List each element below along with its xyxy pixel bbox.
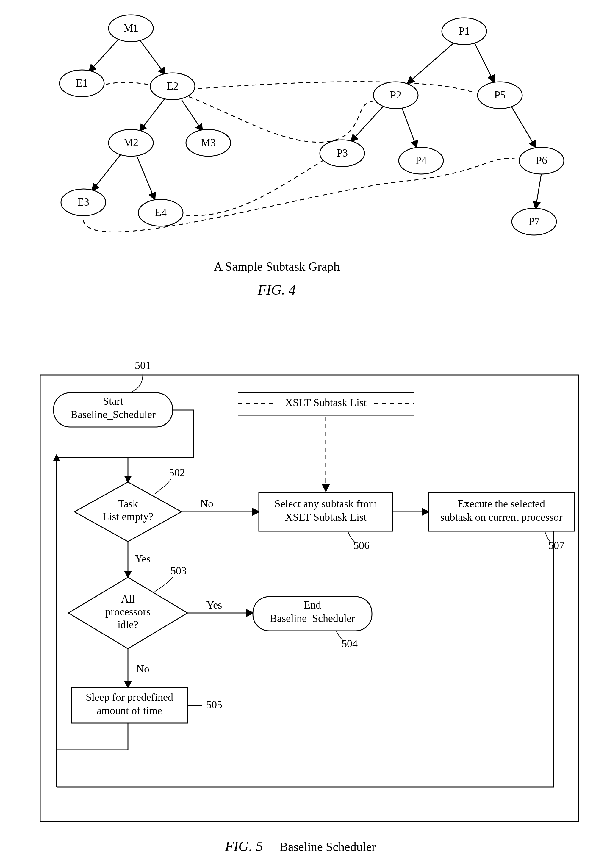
svg-text:XSLT Subtask List: XSLT Subtask List [285, 511, 367, 523]
node-M2: M2 [108, 129, 153, 156]
label-502-no: No [200, 498, 213, 510]
edge-E2-M3 [181, 100, 202, 131]
svg-text:amount of time: amount of time [97, 705, 162, 716]
label-503-no: No [136, 663, 149, 675]
svg-text:P2: P2 [390, 89, 401, 101]
edge-P2-P3 [351, 105, 384, 141]
node-P1: P1 [442, 18, 486, 45]
svg-text:End: End [304, 599, 321, 611]
node-P2: P2 [373, 82, 418, 108]
svg-text:E2: E2 [167, 80, 178, 92]
ref-504: 504 [342, 638, 358, 649]
node-E1: E1 [59, 70, 104, 97]
ref-507: 507 [548, 539, 564, 552]
process-sleep: Sleep for predefined amount of time [71, 687, 187, 723]
svg-text:Select any subtask from: Select any subtask from [275, 498, 377, 510]
node-M3: M3 [186, 129, 231, 156]
svg-text:P6: P6 [536, 155, 547, 166]
svg-text:All: All [121, 593, 135, 605]
svg-text:E4: E4 [155, 206, 167, 219]
edge-P6-P7 [536, 173, 542, 208]
svg-text:processors: processors [105, 606, 150, 618]
svg-text:List empty?: List empty? [103, 511, 153, 522]
label-503-yes: Yes [206, 599, 222, 611]
edge-M1-E2 [140, 40, 165, 74]
svg-text:XSLT Subtask List: XSLT Subtask List [285, 397, 367, 409]
edge-P1-P2 [408, 42, 455, 83]
svg-text:M2: M2 [124, 136, 138, 149]
node-E4: E4 [138, 199, 183, 226]
node-E2: E2 [150, 73, 195, 100]
svg-text:Start: Start [103, 395, 123, 407]
svg-text:idle?: idle? [118, 618, 138, 631]
svg-text:E3: E3 [77, 196, 89, 208]
terminal-start: Start Baseline_Scheduler [54, 393, 173, 427]
node-P5: P5 [478, 82, 522, 108]
edge-E2-P5 [190, 82, 473, 92]
svg-text:E1: E1 [76, 77, 88, 89]
fig5-baseline-scheduler: Start Baseline_Scheduler 501 XSLT Subtas… [40, 360, 579, 854]
ref-502: 502 [169, 467, 185, 479]
edge-P1-P5 [475, 43, 494, 82]
svg-text:M1: M1 [124, 22, 138, 34]
ref-505: 505 [206, 699, 222, 711]
node-P6: P6 [519, 147, 564, 174]
edge-P2-P4 [402, 107, 417, 147]
edge-M1-E1 [89, 39, 119, 71]
svg-text:Baseline_Scheduler: Baseline_Scheduler [270, 612, 355, 624]
svg-text:subtask on current processor: subtask on current processor [440, 511, 563, 523]
node-M1: M1 [108, 15, 153, 42]
fig5-label: FIG. 5 [225, 838, 263, 854]
svg-text:Task: Task [118, 498, 138, 510]
svg-text:P3: P3 [336, 147, 348, 159]
node-P4: P4 [399, 147, 443, 174]
label-502-yes: Yes [135, 553, 150, 565]
ref-503: 503 [170, 565, 187, 577]
svg-text:Baseline_Scheduler: Baseline_Scheduler [71, 409, 156, 420]
process-select: Select any subtask from XSLT Subtask Lis… [259, 493, 393, 531]
terminal-end: End Baseline_Scheduler [253, 597, 372, 631]
svg-text:Sleep for predefined: Sleep for predefined [86, 691, 173, 703]
ref-501: 501 [135, 360, 151, 371]
edge-E2-M2 [140, 98, 165, 131]
svg-text:P4: P4 [415, 155, 427, 166]
svg-text:Execute the selected: Execute the selected [458, 498, 545, 510]
svg-text:P5: P5 [494, 89, 506, 101]
svg-text:P7: P7 [528, 215, 540, 227]
edge-E4-P3 [178, 161, 323, 215]
svg-text:M3: M3 [201, 136, 216, 149]
svg-text:P1: P1 [458, 25, 470, 37]
fig5-sub: Baseline Scheduler [280, 840, 376, 854]
edge-M2-E4 [137, 156, 155, 199]
node-P3: P3 [320, 140, 364, 167]
edge-P5-P6 [512, 107, 536, 147]
fig4-label: FIG. 4 [257, 282, 296, 298]
node-P7: P7 [512, 208, 556, 235]
node-E3: E3 [61, 189, 105, 216]
fig4-caption: A Sample Subtask Graph [214, 260, 339, 273]
process-execute: Execute the selected subtask on current … [429, 493, 574, 531]
edge-M2-E3 [92, 155, 121, 191]
ref-506: 506 [353, 539, 370, 552]
fig4-subtask-graph: M1 E1 E2 M2 M3 E3 E4 P1 [59, 15, 564, 298]
